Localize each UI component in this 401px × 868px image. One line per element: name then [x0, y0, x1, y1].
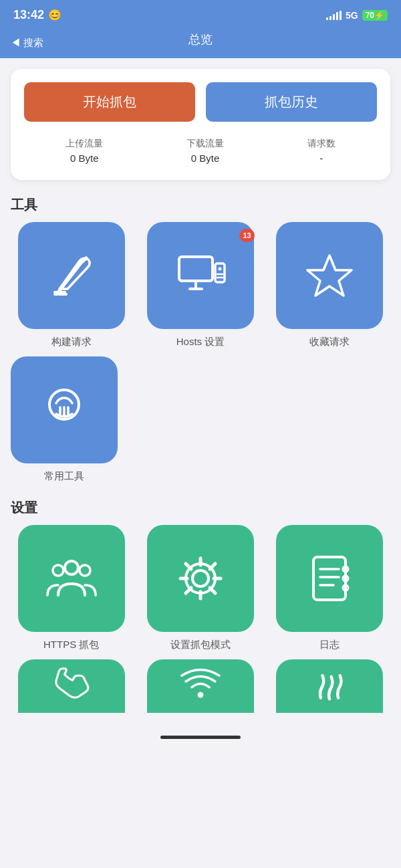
download-label: 下载流量	[186, 138, 224, 150]
signal-icon	[326, 11, 342, 20]
build-request-icon-box	[18, 222, 125, 329]
monitor-icon	[174, 249, 227, 302]
status-left: 13:42 😊	[13, 8, 61, 22]
logs-icon-box	[276, 525, 383, 632]
https-capture-icon-box	[18, 525, 125, 632]
svg-point-17	[53, 565, 63, 576]
svg-point-18	[80, 565, 90, 576]
status-bar: 13:42 😊 5G 70⚡	[0, 0, 401, 27]
favorites-icon-box	[276, 222, 383, 329]
hosts-settings-icon-box: 13	[147, 222, 254, 329]
bottom-item-3[interactable]	[269, 659, 390, 713]
svg-rect-4	[179, 257, 213, 281]
tools-section-title: 工具	[11, 196, 390, 214]
svg-point-8	[218, 267, 221, 271]
phone-icon	[48, 663, 95, 710]
tools-grid-2: 常用工具	[0, 348, 401, 483]
status-right: 5G 70⚡	[326, 10, 388, 21]
svg-marker-11	[307, 255, 352, 296]
wifi-icon	[177, 663, 224, 710]
battery-badge: 70⚡	[362, 10, 388, 21]
capture-mode-icon-box	[147, 525, 254, 632]
bottom-item-2[interactable]	[140, 659, 261, 713]
common-tools-item[interactable]: 常用工具	[11, 356, 118, 483]
svg-point-28	[198, 692, 204, 698]
bottom-item-1[interactable]	[11, 659, 132, 713]
hosts-settings-item[interactable]: 13 Hosts 设置	[140, 222, 261, 348]
request-count-label: 请求数	[307, 138, 336, 150]
download-stat: 下载流量 0 Byte	[186, 138, 224, 164]
action-buttons: 开始抓包 抓包历史	[24, 82, 377, 122]
favorites-item[interactable]: 收藏请求	[269, 222, 390, 348]
build-request-item[interactable]: 构建请求	[11, 222, 132, 348]
hosts-settings-label: Hosts 设置	[176, 336, 225, 348]
upload-stat: 上传流量 0 Byte	[65, 138, 103, 164]
page-title: 总览	[188, 33, 213, 46]
common-tools-icon-box	[11, 356, 118, 463]
upload-label: 上传流量	[65, 138, 103, 150]
settings-grid: HTTPS 抓包 设置抓包模式 日志	[0, 525, 401, 651]
svg-point-16	[65, 561, 78, 574]
common-tools-label: 常用工具	[44, 470, 84, 483]
star-icon	[303, 249, 356, 302]
request-count-stat: 请求数 -	[307, 138, 336, 164]
download-value: 0 Byte	[186, 152, 224, 164]
tools-grid: 构建请求 13 Hosts 设置 收藏	[0, 222, 401, 348]
capture-history-button[interactable]: 抓包历史	[206, 82, 377, 122]
nav-bar: ◀ 搜索 总览	[0, 27, 401, 58]
status-emoji: 😊	[48, 9, 61, 21]
bottom-icon-box-2	[147, 659, 254, 713]
settings-section-title: 设置	[11, 499, 390, 517]
steam-icon	[306, 663, 353, 710]
upload-value: 0 Byte	[65, 152, 103, 164]
capture-mode-item[interactable]: 设置抓包模式	[140, 525, 261, 651]
start-capture-button[interactable]: 开始抓包	[24, 82, 195, 122]
home-indicator	[160, 736, 241, 739]
https-capture-label: HTTPS 抓包	[43, 639, 99, 651]
svg-rect-21	[313, 557, 346, 600]
svg-point-19	[192, 570, 209, 586]
main-card: 开始抓包 抓包历史 上传流量 0 Byte 下载流量 0 Byte 请求数 -	[11, 69, 390, 180]
notebook-icon	[303, 552, 356, 605]
bottom-partial-row	[0, 651, 401, 713]
stats-row: 上传流量 0 Byte 下载流量 0 Byte 请求数 -	[24, 138, 377, 164]
logs-label: 日志	[319, 639, 340, 651]
tools-icon	[37, 383, 91, 437]
request-count-value: -	[307, 152, 336, 164]
hosts-badge-count: 13	[239, 229, 254, 242]
capture-mode-label: 设置抓包模式	[170, 639, 231, 651]
favorites-label: 收藏请求	[309, 336, 350, 348]
https-capture-item[interactable]: HTTPS 抓包	[11, 525, 132, 651]
logs-item[interactable]: 日志	[269, 525, 390, 651]
gear-icon	[174, 552, 227, 605]
status-time: 13:42	[13, 8, 44, 22]
back-button[interactable]: ◀ 搜索	[11, 37, 43, 49]
pen-icon	[45, 249, 98, 302]
network-label: 5G	[346, 10, 358, 21]
bottom-icon-box-1	[18, 659, 125, 713]
svg-rect-7	[215, 263, 225, 282]
svg-point-20	[186, 564, 215, 593]
users-icon	[45, 552, 98, 605]
bottom-icon-box-3	[276, 659, 383, 713]
build-request-label: 构建请求	[51, 336, 92, 348]
